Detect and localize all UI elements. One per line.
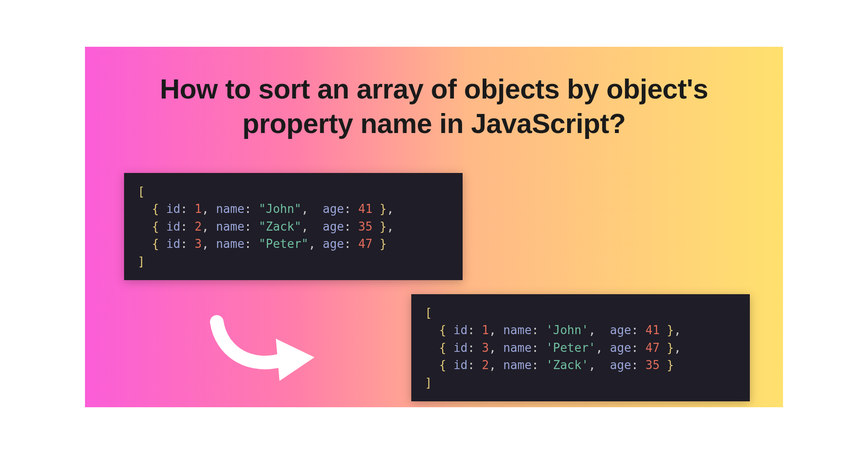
code-after: [ { id: 1, name: 'John', age: 41 }, { id… (411, 294, 750, 401)
code-before: [ { id: 1, name: "John", age: 41 }, { id… (124, 173, 463, 280)
tutorial-graphic: How to sort an array of objects by objec… (85, 47, 783, 407)
title-text: How to sort an array of objects by objec… (85, 72, 783, 141)
arrow-icon (208, 314, 326, 382)
